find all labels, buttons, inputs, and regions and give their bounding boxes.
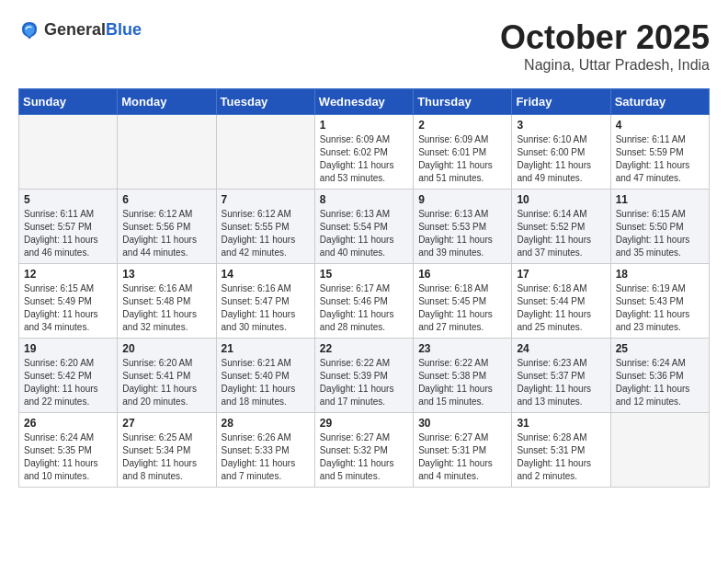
day-info: Sunrise: 6:13 AMSunset: 5:53 PMDaylight:… <box>418 208 506 259</box>
day-number: 20 <box>122 342 210 355</box>
day-cell-12: 12Sunrise: 6:15 AMSunset: 5:49 PMDayligh… <box>19 264 118 339</box>
month-title: October 2025 <box>500 18 710 57</box>
week-row-5: 26Sunrise: 6:24 AMSunset: 5:35 PMDayligh… <box>19 413 710 488</box>
day-number: 2 <box>418 119 506 132</box>
weekday-header-row: SundayMondayTuesdayWednesdayThursdayFrid… <box>19 89 710 115</box>
day-info: Sunrise: 6:12 AMSunset: 5:55 PMDaylight:… <box>222 208 310 259</box>
day-number: 12 <box>24 268 112 281</box>
day-cell-14: 14Sunrise: 6:16 AMSunset: 5:47 PMDayligh… <box>216 264 314 339</box>
weekday-header-sunday: Sunday <box>19 89 118 115</box>
day-number: 29 <box>320 417 408 430</box>
week-row-1: 1Sunrise: 6:09 AMSunset: 6:02 PMDaylight… <box>19 115 710 190</box>
week-row-4: 19Sunrise: 6:20 AMSunset: 5:42 PMDayligh… <box>19 339 710 413</box>
day-info: Sunrise: 6:11 AMSunset: 5:57 PMDaylight:… <box>24 208 112 259</box>
day-number: 1 <box>320 119 408 132</box>
day-info: Sunrise: 6:25 AMSunset: 5:34 PMDaylight:… <box>122 431 210 483</box>
day-cell-5: 5Sunrise: 6:11 AMSunset: 5:57 PMDaylight… <box>19 190 118 264</box>
day-number: 10 <box>517 193 605 206</box>
day-cell-6: 6Sunrise: 6:12 AMSunset: 5:56 PMDaylight… <box>118 190 216 264</box>
day-cell-22: 22Sunrise: 6:22 AMSunset: 5:39 PMDayligh… <box>314 339 413 413</box>
day-number: 25 <box>616 342 704 355</box>
title-area: October 2025 Nagina, Uttar Pradesh, Indi… <box>500 18 710 74</box>
day-info: Sunrise: 6:20 AMSunset: 5:42 PMDaylight:… <box>24 357 112 408</box>
day-number: 24 <box>517 342 605 355</box>
day-cell-11: 11Sunrise: 6:15 AMSunset: 5:50 PMDayligh… <box>610 190 709 264</box>
day-cell-17: 17Sunrise: 6:18 AMSunset: 5:44 PMDayligh… <box>512 264 610 339</box>
day-cell-3: 3Sunrise: 6:10 AMSunset: 6:00 PMDaylight… <box>512 115 610 190</box>
empty-cell <box>19 115 118 190</box>
weekday-header-thursday: Thursday <box>414 89 512 115</box>
day-number: 7 <box>222 193 310 206</box>
location-title: Nagina, Uttar Pradesh, India <box>500 57 710 74</box>
weekday-header-friday: Friday <box>512 89 610 115</box>
weekday-header-monday: Monday <box>118 89 216 115</box>
day-number: 19 <box>24 342 112 355</box>
day-info: Sunrise: 6:18 AMSunset: 5:44 PMDaylight:… <box>517 282 605 334</box>
day-info: Sunrise: 6:15 AMSunset: 5:50 PMDaylight:… <box>616 208 704 259</box>
day-number: 15 <box>320 268 408 281</box>
day-cell-16: 16Sunrise: 6:18 AMSunset: 5:45 PMDayligh… <box>414 264 512 339</box>
day-number: 27 <box>122 417 210 430</box>
day-cell-15: 15Sunrise: 6:17 AMSunset: 5:46 PMDayligh… <box>314 264 413 339</box>
day-info: Sunrise: 6:23 AMSunset: 5:37 PMDaylight:… <box>517 357 605 408</box>
day-number: 22 <box>320 342 408 355</box>
logo-blue: Blue <box>106 20 142 39</box>
day-number: 8 <box>320 193 408 206</box>
weekday-header-tuesday: Tuesday <box>216 89 314 115</box>
day-info: Sunrise: 6:27 AMSunset: 5:31 PMDaylight:… <box>418 431 506 483</box>
weekday-header-wednesday: Wednesday <box>314 89 413 115</box>
day-number: 28 <box>222 417 310 430</box>
logo-icon <box>18 18 40 40</box>
day-number: 13 <box>122 268 210 281</box>
day-info: Sunrise: 6:11 AMSunset: 5:59 PMDaylight:… <box>616 133 704 185</box>
day-info: Sunrise: 6:28 AMSunset: 5:31 PMDaylight:… <box>517 431 605 483</box>
day-info: Sunrise: 6:22 AMSunset: 5:39 PMDaylight:… <box>320 357 408 408</box>
day-number: 17 <box>517 268 605 281</box>
day-info: Sunrise: 6:17 AMSunset: 5:46 PMDaylight:… <box>320 282 408 334</box>
day-number: 14 <box>222 268 310 281</box>
day-number: 18 <box>616 268 704 281</box>
day-cell-9: 9Sunrise: 6:13 AMSunset: 5:53 PMDaylight… <box>414 190 512 264</box>
day-cell-26: 26Sunrise: 6:24 AMSunset: 5:35 PMDayligh… <box>19 413 118 488</box>
day-info: Sunrise: 6:26 AMSunset: 5:33 PMDaylight:… <box>222 431 310 483</box>
day-info: Sunrise: 6:21 AMSunset: 5:40 PMDaylight:… <box>222 357 310 408</box>
day-info: Sunrise: 6:24 AMSunset: 5:35 PMDaylight:… <box>24 431 112 483</box>
day-info: Sunrise: 6:19 AMSunset: 5:43 PMDaylight:… <box>616 282 704 334</box>
day-cell-28: 28Sunrise: 6:26 AMSunset: 5:33 PMDayligh… <box>216 413 314 488</box>
day-info: Sunrise: 6:12 AMSunset: 5:56 PMDaylight:… <box>122 208 210 259</box>
logo-general: General <box>44 20 106 39</box>
day-number: 11 <box>616 193 704 206</box>
day-cell-7: 7Sunrise: 6:12 AMSunset: 5:55 PMDaylight… <box>216 190 314 264</box>
day-info: Sunrise: 6:09 AMSunset: 6:01 PMDaylight:… <box>418 133 506 185</box>
day-number: 9 <box>418 193 506 206</box>
day-cell-20: 20Sunrise: 6:20 AMSunset: 5:41 PMDayligh… <box>118 339 216 413</box>
empty-cell <box>610 413 709 488</box>
day-cell-19: 19Sunrise: 6:20 AMSunset: 5:42 PMDayligh… <box>19 339 118 413</box>
day-number: 21 <box>222 342 310 355</box>
logo-text: GeneralBlue <box>44 20 142 40</box>
day-info: Sunrise: 6:09 AMSunset: 6:02 PMDaylight:… <box>320 133 408 185</box>
day-cell-25: 25Sunrise: 6:24 AMSunset: 5:36 PMDayligh… <box>610 339 709 413</box>
day-number: 23 <box>418 342 506 355</box>
day-cell-10: 10Sunrise: 6:14 AMSunset: 5:52 PMDayligh… <box>512 190 610 264</box>
week-row-2: 5Sunrise: 6:11 AMSunset: 5:57 PMDaylight… <box>19 190 710 264</box>
day-number: 5 <box>24 193 112 206</box>
week-row-3: 12Sunrise: 6:15 AMSunset: 5:49 PMDayligh… <box>19 264 710 339</box>
day-info: Sunrise: 6:16 AMSunset: 5:47 PMDaylight:… <box>222 282 310 334</box>
day-number: 16 <box>418 268 506 281</box>
day-cell-30: 30Sunrise: 6:27 AMSunset: 5:31 PMDayligh… <box>414 413 512 488</box>
calendar: SundayMondayTuesdayWednesdayThursdayFrid… <box>18 88 710 488</box>
day-cell-21: 21Sunrise: 6:21 AMSunset: 5:40 PMDayligh… <box>216 339 314 413</box>
day-number: 4 <box>616 119 704 132</box>
day-cell-13: 13Sunrise: 6:16 AMSunset: 5:48 PMDayligh… <box>118 264 216 339</box>
day-info: Sunrise: 6:24 AMSunset: 5:36 PMDaylight:… <box>616 357 704 408</box>
day-cell-27: 27Sunrise: 6:25 AMSunset: 5:34 PMDayligh… <box>118 413 216 488</box>
day-info: Sunrise: 6:27 AMSunset: 5:32 PMDaylight:… <box>320 431 408 483</box>
empty-cell <box>118 115 216 190</box>
weekday-header-saturday: Saturday <box>610 89 709 115</box>
day-cell-8: 8Sunrise: 6:13 AMSunset: 5:54 PMDaylight… <box>314 190 413 264</box>
logo: GeneralBlue <box>18 18 142 40</box>
day-cell-31: 31Sunrise: 6:28 AMSunset: 5:31 PMDayligh… <box>512 413 610 488</box>
day-info: Sunrise: 6:22 AMSunset: 5:38 PMDaylight:… <box>418 357 506 408</box>
day-info: Sunrise: 6:10 AMSunset: 6:00 PMDaylight:… <box>517 133 605 185</box>
